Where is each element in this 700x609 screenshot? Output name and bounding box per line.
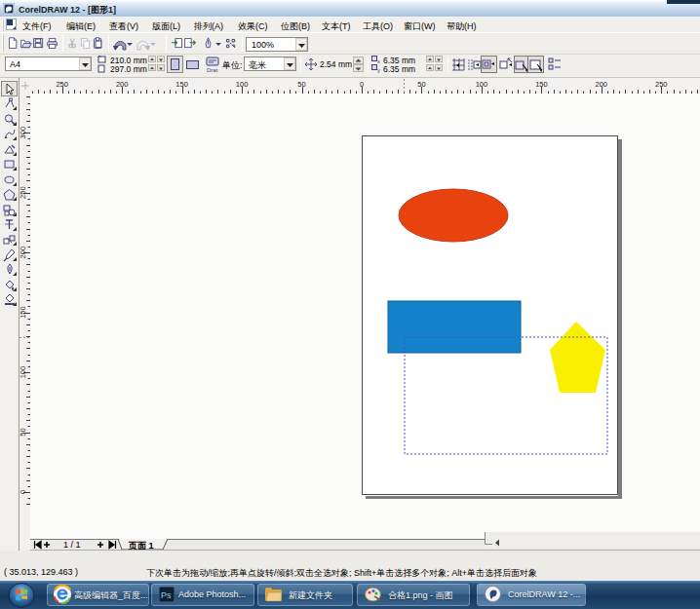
svg-text:150: 150 (175, 80, 188, 89)
svg-text:50: 50 (417, 80, 425, 89)
svg-text:100: 100 (19, 366, 27, 379)
svg-text:250: 250 (19, 186, 27, 199)
svg-text:200: 200 (596, 80, 608, 89)
svg-text:150: 150 (19, 306, 27, 319)
svg-text:300: 300 (19, 127, 27, 139)
svg-text:Ps: Ps (161, 590, 172, 600)
svg-text:y: y (377, 67, 380, 73)
svg-text:0: 0 (360, 80, 364, 89)
svg-text:50: 50 (297, 80, 305, 89)
svg-text:200: 200 (19, 247, 27, 259)
svg-text:100: 100 (476, 80, 488, 89)
svg-text:Drat: Drat (207, 67, 218, 73)
svg-text:0: 0 (19, 490, 27, 494)
svg-text:100: 100 (236, 80, 249, 89)
svg-text:250: 250 (56, 80, 68, 89)
svg-text:250: 250 (655, 80, 668, 89)
svg-text:200: 200 (116, 80, 129, 89)
svg-text:50: 50 (19, 428, 27, 436)
svg-text:150: 150 (535, 80, 548, 89)
